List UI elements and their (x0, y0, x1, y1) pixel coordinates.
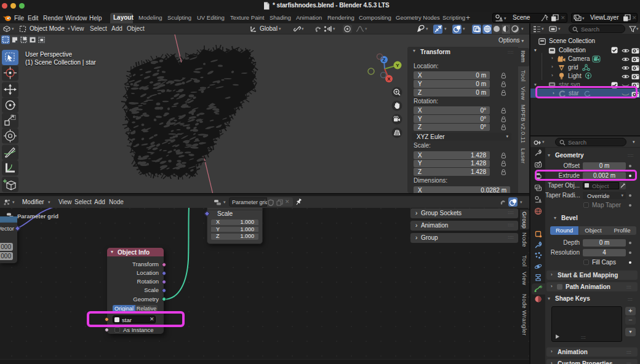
svg-text:Z: Z (383, 57, 386, 63)
svg-text:X: X (387, 76, 391, 82)
svg-text:Y: Y (396, 63, 399, 68)
